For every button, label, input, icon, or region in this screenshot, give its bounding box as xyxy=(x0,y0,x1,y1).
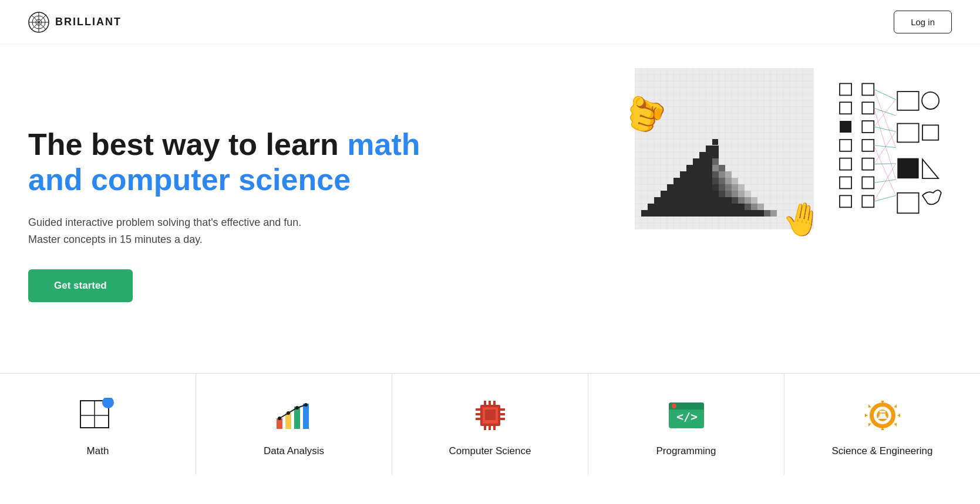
svg-rect-58 xyxy=(712,139,718,145)
svg-rect-91 xyxy=(732,178,738,184)
svg-rect-86 xyxy=(699,178,706,184)
svg-rect-230 xyxy=(493,401,496,405)
svg-rect-128 xyxy=(719,197,725,204)
svg-rect-225 xyxy=(500,408,505,411)
svg-rect-202 xyxy=(897,124,918,143)
svg-rect-111 xyxy=(706,191,712,197)
category-science-engineering[interactable]: Science & Engineering xyxy=(784,374,980,475)
svg-rect-65 xyxy=(699,158,706,165)
svg-rect-176 xyxy=(840,140,851,151)
category-computer-science[interactable]: Computer Science xyxy=(392,374,588,475)
computer-science-label: Computer Science xyxy=(449,445,531,457)
svg-rect-204 xyxy=(897,158,918,179)
svg-rect-134 xyxy=(648,204,654,210)
svg-rect-168 xyxy=(745,210,751,217)
svg-rect-120 xyxy=(667,197,673,204)
svg-rect-228 xyxy=(484,401,486,405)
svg-rect-140 xyxy=(686,204,693,210)
svg-text:</>: </> xyxy=(676,410,698,424)
svg-rect-59 xyxy=(706,146,712,152)
hero-text-block: The best way to learn mathand computer s… xyxy=(28,127,420,302)
svg-rect-129 xyxy=(725,197,732,204)
svg-rect-133 xyxy=(751,197,757,204)
svg-rect-63 xyxy=(712,152,719,158)
svg-rect-159 xyxy=(686,210,693,217)
login-button[interactable]: Log in xyxy=(894,11,952,33)
svg-rect-165 xyxy=(725,210,732,217)
svg-line-196 xyxy=(874,131,895,164)
svg-rect-103 xyxy=(738,184,745,191)
svg-rect-186 xyxy=(862,195,874,207)
svg-rect-172 xyxy=(770,210,777,217)
svg-rect-162 xyxy=(706,210,712,217)
svg-rect-66 xyxy=(706,158,712,165)
category-math[interactable]: Math xyxy=(0,374,196,475)
svg-rect-101 xyxy=(725,184,732,191)
svg-rect-108 xyxy=(686,191,693,197)
svg-rect-62 xyxy=(706,152,712,158)
sci-icon-svg xyxy=(862,398,903,433)
svg-rect-72 xyxy=(712,165,719,171)
svg-rect-79 xyxy=(712,171,719,178)
programming-icon: </> xyxy=(666,395,707,436)
neural-network-illustration xyxy=(834,68,952,232)
svg-rect-184 xyxy=(862,158,874,170)
category-programming[interactable]: </> Programming xyxy=(588,374,784,475)
svg-rect-107 xyxy=(680,191,686,197)
svg-rect-175 xyxy=(840,121,851,133)
svg-rect-98 xyxy=(706,184,712,191)
svg-rect-123 xyxy=(686,197,693,204)
svg-rect-214 xyxy=(303,404,309,429)
svg-rect-164 xyxy=(719,210,725,217)
svg-rect-147 xyxy=(732,204,738,210)
svg-rect-180 xyxy=(862,83,874,95)
svg-rect-74 xyxy=(680,171,686,178)
svg-rect-231 xyxy=(484,426,486,430)
get-started-button[interactable]: Get started xyxy=(28,269,133,302)
svg-rect-94 xyxy=(680,184,686,191)
svg-rect-68 xyxy=(686,165,693,171)
svg-rect-106 xyxy=(673,191,680,197)
science-engineering-icon xyxy=(862,395,903,436)
svg-rect-109 xyxy=(693,191,699,197)
svg-rect-157 xyxy=(673,210,680,217)
svg-rect-135 xyxy=(654,204,661,210)
svg-rect-90 xyxy=(725,178,732,184)
svg-point-210 xyxy=(102,398,114,408)
svg-rect-158 xyxy=(680,210,686,217)
svg-line-199 xyxy=(874,146,895,195)
svg-rect-73 xyxy=(719,165,725,171)
category-data-analysis[interactable]: Data Analysis xyxy=(196,374,392,475)
svg-line-190 xyxy=(874,146,895,148)
svg-rect-67 xyxy=(712,158,719,165)
logo[interactable]: BRILLIANT xyxy=(28,12,122,33)
svg-marker-205 xyxy=(922,159,938,178)
svg-rect-200 xyxy=(897,92,918,110)
svg-rect-89 xyxy=(719,178,725,184)
svg-rect-127 xyxy=(712,197,719,204)
svg-rect-114 xyxy=(725,191,732,197)
prog-icon-svg: </> xyxy=(666,398,707,433)
brilliant-logo-icon xyxy=(28,12,49,33)
svg-rect-144 xyxy=(712,204,719,210)
svg-rect-153 xyxy=(648,210,654,217)
svg-rect-142 xyxy=(699,204,706,210)
svg-rect-99 xyxy=(712,184,719,191)
svg-rect-131 xyxy=(738,197,745,204)
svg-rect-139 xyxy=(680,204,686,210)
svg-rect-206 xyxy=(897,193,918,214)
svg-rect-97 xyxy=(699,184,706,191)
svg-rect-61 xyxy=(699,152,706,158)
svg-rect-224 xyxy=(476,418,480,420)
svg-rect-78 xyxy=(706,171,712,178)
svg-rect-119 xyxy=(661,197,667,204)
svg-rect-122 xyxy=(680,197,686,204)
svg-rect-161 xyxy=(699,210,706,217)
hero-title: The best way to learn mathand computer s… xyxy=(28,127,420,198)
svg-rect-222 xyxy=(476,408,480,411)
svg-rect-113 xyxy=(719,191,725,197)
svg-rect-69 xyxy=(693,165,699,171)
svg-rect-124 xyxy=(693,197,699,204)
svg-rect-138 xyxy=(673,204,680,210)
svg-rect-181 xyxy=(862,102,874,114)
